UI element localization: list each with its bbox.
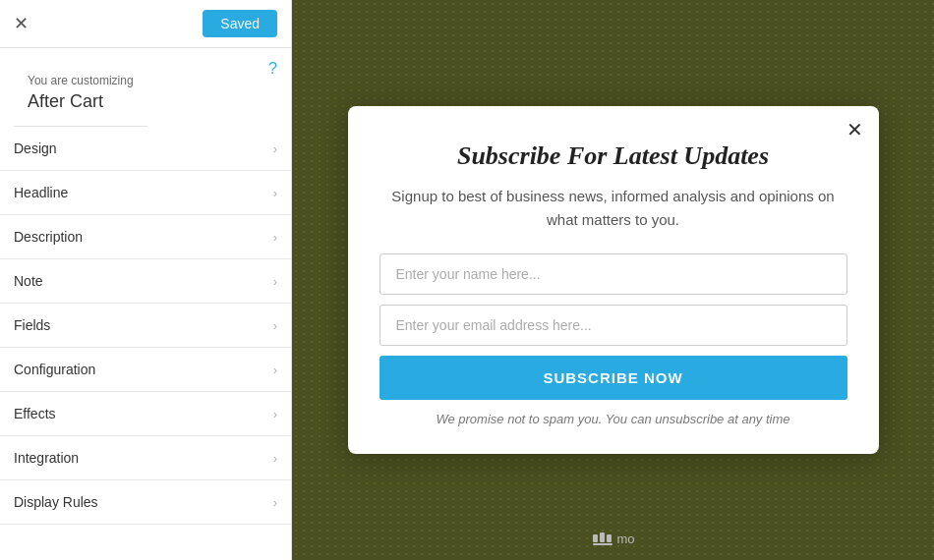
sidebar-item-label: Note xyxy=(14,273,43,289)
sidebar-item-design[interactable]: Design › xyxy=(0,127,291,171)
subscribe-button[interactable]: SUBSCRIBE NOW xyxy=(379,356,847,400)
sidebar-item-effects[interactable]: Effects › xyxy=(0,392,291,436)
chevron-right-icon: › xyxy=(273,318,277,333)
chevron-right-icon: › xyxy=(273,407,277,421)
modal-description: Signup to best of business news, informe… xyxy=(379,185,847,232)
modal-close-button[interactable]: ✕ xyxy=(846,120,863,140)
help-icon[interactable]: ? xyxy=(268,60,277,78)
sidebar-header: ✕ Saved xyxy=(0,0,291,48)
sidebar-item-fields[interactable]: Fields › xyxy=(0,304,291,348)
sidebar-item-integration[interactable]: Integration › xyxy=(0,436,291,480)
customizing-text: You are customizing After Cart xyxy=(14,60,147,127)
svg-rect-0 xyxy=(592,534,597,542)
modal-footer-text: We promise not to spam you. You can unsu… xyxy=(379,412,847,426)
chevron-right-icon: › xyxy=(273,363,277,377)
chevron-right-icon: › xyxy=(273,495,277,510)
sidebar-item-label: Headline xyxy=(14,185,68,200)
svg-rect-3 xyxy=(592,543,612,545)
svg-rect-1 xyxy=(599,532,604,542)
subtitle-label: You are customizing xyxy=(14,60,147,91)
sidebar-item-label: Fields xyxy=(14,317,50,333)
chevron-right-icon: › xyxy=(273,451,277,466)
sidebar-item-display-rules[interactable]: Display Rules › xyxy=(0,480,291,525)
chevron-right-icon: › xyxy=(273,141,277,156)
sidebar-item-label: Effects xyxy=(14,406,56,421)
sidebar-item-label: Integration xyxy=(14,450,79,466)
mo-logo-text: mo xyxy=(616,532,634,546)
sidebar: ✕ Saved You are customizing After Cart ?… xyxy=(0,0,292,560)
sidebar-nav: Design › Headline › Description › Note ›… xyxy=(0,127,291,525)
sidebar-item-label: Description xyxy=(14,229,83,245)
email-input[interactable] xyxy=(379,305,847,346)
chevron-right-icon: › xyxy=(273,274,277,289)
modal-title: Subscribe For Latest Updates xyxy=(379,141,847,171)
sidebar-item-label: Display Rules xyxy=(14,494,98,510)
sidebar-item-headline[interactable]: Headline › xyxy=(0,171,291,215)
sidebar-item-description[interactable]: Description › xyxy=(0,215,291,259)
chevron-right-icon: › xyxy=(273,230,277,245)
sidebar-item-configuration[interactable]: Configuration › xyxy=(0,348,291,392)
subscribe-modal: ✕ Subscribe For Latest Updates Signup to… xyxy=(348,106,879,454)
customizing-row: You are customizing After Cart ? xyxy=(0,48,291,127)
close-button[interactable]: ✕ xyxy=(14,15,29,32)
saved-button[interactable]: Saved xyxy=(203,10,277,37)
sidebar-item-label: Design xyxy=(14,140,57,156)
main-area: ✕ Subscribe For Latest Updates Signup to… xyxy=(292,0,934,560)
sidebar-item-note[interactable]: Note › xyxy=(0,259,291,304)
mo-logo-icon xyxy=(591,531,613,546)
name-input[interactable] xyxy=(379,253,847,295)
page-title: After Cart xyxy=(14,91,147,127)
svg-rect-2 xyxy=(606,534,611,542)
mo-logo: mo xyxy=(591,531,634,546)
sidebar-item-label: Configuration xyxy=(14,362,95,377)
chevron-right-icon: › xyxy=(273,186,277,200)
